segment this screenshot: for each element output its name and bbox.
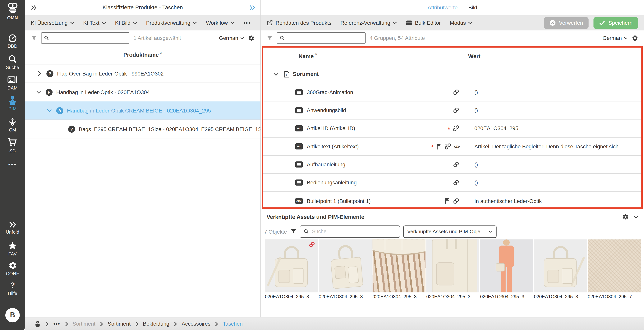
link-icon[interactable] bbox=[452, 161, 460, 168]
tree-row-product-1[interactable]: P Flap Over-Bag in Leder-Optik - 990EA1O… bbox=[25, 64, 260, 83]
sidebar-more-button[interactable]: ••• bbox=[0, 161, 25, 168]
circle-x-icon bbox=[550, 20, 556, 26]
menu-produktverwaltung[interactable]: Produktverwaltung bbox=[146, 20, 197, 26]
filter-icon[interactable] bbox=[266, 35, 273, 41]
sidebar-item-dam[interactable]: DAM bbox=[0, 76, 25, 90]
menu-ki-uebersetzung[interactable]: KI Übersetzung bbox=[31, 20, 74, 26]
menu-workflow[interactable]: Workflow bbox=[206, 20, 234, 26]
bulk-editor-button[interactable]: Bulk Editor bbox=[406, 20, 441, 26]
discard-button[interactable]: Verwerfen bbox=[544, 17, 589, 28]
settings-gear-icon[interactable] bbox=[248, 35, 254, 41]
asset-thumbnail[interactable] bbox=[319, 239, 372, 292]
chevron-down-icon[interactable] bbox=[36, 90, 42, 94]
tree-row-variant[interactable]: V Bags_E295 CREAM BEIGE_1Size - 020EA1O3… bbox=[25, 120, 260, 138]
unlink-icon[interactable] bbox=[452, 125, 460, 132]
breadcrumb-item-current[interactable]: Taschen bbox=[223, 321, 243, 327]
chevron-right-icon[interactable] bbox=[36, 71, 42, 76]
link-icon[interactable] bbox=[452, 107, 460, 114]
pim-box-icon[interactable]: P bbox=[34, 320, 41, 327]
left-menubar: KI Übersetzung KI Text KI Bild Produktve… bbox=[25, 15, 260, 30]
settings-gear-icon[interactable] bbox=[622, 214, 629, 220]
pim-box-icon: P bbox=[0, 96, 25, 105]
chevron-down-icon[interactable] bbox=[273, 72, 279, 76]
sidebar-item-conf[interactable]: CONF bbox=[0, 261, 25, 276]
sidebar-item-fav[interactable]: FAV bbox=[0, 242, 25, 256]
omn-logo[interactable]: OMN bbox=[0, 2, 25, 20]
svg-text:c: c bbox=[286, 73, 288, 76]
tab-attributwerte[interactable]: Attributwerte bbox=[428, 4, 458, 11]
tree-row-product-2[interactable]: P Handbag in Leder-Optik - 020EA1O304 bbox=[25, 83, 260, 102]
asset-thumbnail[interactable] bbox=[426, 239, 479, 292]
tree-column-header[interactable]: Produktname ^ bbox=[25, 46, 260, 64]
menu-ki-text[interactable]: KI Text bbox=[83, 20, 106, 26]
filter-icon[interactable] bbox=[31, 35, 37, 41]
attribute-row[interactable]: ABC Artikeltext (Artikeltext) * </> Arti… bbox=[263, 138, 641, 156]
link-icon[interactable] bbox=[452, 179, 460, 186]
flag-icon[interactable] bbox=[436, 143, 442, 150]
asset-thumbnail[interactable] bbox=[265, 239, 318, 292]
filter-icon[interactable] bbox=[290, 229, 296, 234]
reference-management-menu[interactable]: Referenz-Verwaltung bbox=[340, 20, 397, 26]
asset-captions: 020EA1O304_295_3... 020EA1O304_295_3... … bbox=[265, 294, 641, 299]
classification-doc-icon: c bbox=[284, 71, 290, 78]
code-icon[interactable]: </> bbox=[454, 144, 460, 149]
leather-texture-artwork bbox=[588, 239, 640, 292]
attribute-group-row[interactable]: c Sortiment bbox=[263, 65, 641, 83]
attribute-row[interactable]: Bedienungsanleitung () bbox=[263, 174, 641, 192]
more-menu-button[interactable]: ••• bbox=[244, 20, 251, 26]
language-select[interactable]: German bbox=[219, 35, 244, 41]
sidebar-item-unfold[interactable]: Unfold bbox=[0, 221, 25, 234]
menu-ki-bild[interactable]: KI Bild bbox=[115, 20, 137, 26]
attribute-row[interactable]: ABC Artikel ID (Artikel ID) * 020EA1O304… bbox=[263, 120, 641, 138]
sidebar-item-dbd[interactable]: DBD bbox=[0, 34, 25, 48]
assets-type-dropdown[interactable]: Verknüpfte Assets und PIM-Objekte bbox=[403, 225, 496, 238]
mode-menu[interactable]: Modus bbox=[450, 20, 472, 26]
asset-caption: 020EA1O304_295_3... bbox=[372, 294, 426, 299]
breadcrumb-item[interactable]: Bekleidung bbox=[143, 321, 170, 327]
check-icon bbox=[599, 20, 605, 25]
sidebar-item-cm[interactable]: CM bbox=[0, 117, 25, 132]
language-select[interactable]: German bbox=[602, 35, 628, 41]
attribute-row[interactable]: Aufbauanleitung () bbox=[263, 156, 641, 174]
expand-panel-icon[interactable] bbox=[249, 5, 256, 10]
asset-caption: 020EA1O304_295_3... bbox=[480, 294, 533, 299]
chevron-down-icon bbox=[133, 22, 137, 24]
flag-icon[interactable] bbox=[444, 198, 450, 204]
asset-thumbnail[interactable] bbox=[372, 239, 426, 292]
link-icon[interactable] bbox=[452, 89, 460, 96]
product-search-input[interactable] bbox=[51, 35, 126, 41]
asset-thumbnail[interactable] bbox=[480, 239, 533, 292]
tree-row-article-selected[interactable]: A Handbag in Leder-Optik CREAM BEIGE - 0… bbox=[25, 102, 260, 120]
link-icon[interactable] bbox=[452, 198, 460, 204]
sidebar-item-hilfe[interactable]: ? Hilfe bbox=[0, 281, 25, 296]
chevron-down-icon bbox=[193, 22, 197, 24]
user-avatar[interactable]: B bbox=[5, 308, 20, 322]
chevron-down-icon bbox=[624, 37, 628, 39]
breadcrumb-item[interactable]: Sortiment bbox=[73, 321, 96, 327]
save-button[interactable]: Speichern bbox=[594, 17, 638, 28]
attribute-row[interactable]: 360Grad-Animation () bbox=[263, 83, 641, 102]
column-wert[interactable]: Wert bbox=[468, 53, 480, 60]
attribute-row[interactable]: Anwendungsbild () bbox=[263, 102, 641, 120]
unlink-icon[interactable] bbox=[444, 143, 451, 150]
asset-thumbnail[interactable] bbox=[588, 239, 640, 292]
assets-search-input[interactable] bbox=[311, 228, 396, 235]
chevron-down-icon bbox=[468, 22, 472, 24]
tab-bild[interactable]: Bild bbox=[468, 4, 477, 11]
column-name[interactable]: Name ^ bbox=[263, 53, 317, 60]
detail-tabs: Attributwerte Bild bbox=[261, 0, 644, 15]
chevron-down-icon[interactable] bbox=[46, 109, 52, 112]
raw-data-button[interactable]: Rohdaten des Produkts bbox=[266, 20, 332, 26]
collapse-section-icon[interactable] bbox=[634, 216, 638, 218]
breadcrumb-item[interactable]: Sortiment bbox=[108, 321, 130, 327]
breadcrumb-ellipsis[interactable]: ••• bbox=[54, 321, 60, 327]
attribute-search-input[interactable] bbox=[286, 35, 363, 41]
breadcrumb-item[interactable]: Accessoires bbox=[182, 321, 210, 327]
sidebar-item-suche[interactable]: Suche bbox=[0, 54, 25, 70]
chevron-down-icon bbox=[240, 37, 244, 39]
asset-thumbnail[interactable] bbox=[534, 239, 587, 292]
sidebar-item-pim[interactable]: P PIM bbox=[0, 96, 25, 111]
settings-gear-icon[interactable] bbox=[632, 35, 638, 41]
attribute-row[interactable]: ABC Bulletpoint 1 (Bulletpoint 1) In aut… bbox=[263, 192, 641, 210]
sidebar-item-sc[interactable]: SC bbox=[0, 138, 25, 153]
